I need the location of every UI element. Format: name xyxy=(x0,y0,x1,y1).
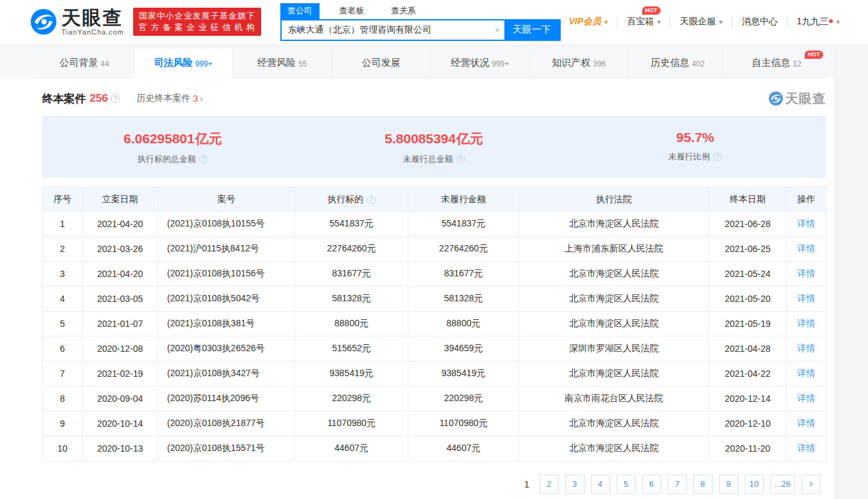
col-unfulfilled-amount: 220298元 xyxy=(408,386,519,411)
section-count: 256 xyxy=(90,92,108,105)
col-case-number: (2021)京0108执10156号 xyxy=(158,262,295,287)
tab-judicial-risk-label: 司法风险 xyxy=(154,57,193,69)
topnav-vip-member[interactable]: VIP会员▾ xyxy=(569,16,608,28)
col-action: 详情 xyxy=(787,436,826,461)
clear-search-icon[interactable]: × xyxy=(490,20,504,40)
page-5[interactable]: 5 xyxy=(616,475,636,494)
page-current: 1 xyxy=(524,479,529,489)
chevron-down-icon: ▾ xyxy=(836,18,840,26)
topnav-message-center[interactable]: 消息中心 xyxy=(732,16,778,28)
search-tabs: 查公司查老板查关系 xyxy=(280,3,561,19)
detail-link[interactable]: 详情 xyxy=(798,268,816,278)
next-page-button[interactable]: › xyxy=(801,475,821,494)
logo[interactable]: 天眼查 TianYanCha.com xyxy=(31,8,124,36)
col-action: 详情 xyxy=(787,337,826,361)
badge-line-1: 国家中小企业发展子基金旗下 xyxy=(139,10,255,22)
search-tab-boss[interactable]: 查老板 xyxy=(332,3,371,19)
tab-operation-status[interactable]: 经营状况999+ xyxy=(430,49,529,78)
table-row: 12021-04-20(2021)京0108执10155号5541837元554… xyxy=(43,212,826,237)
detail-link[interactable]: 详情 xyxy=(798,318,816,328)
col-final-date: 2021-06-28 xyxy=(709,212,787,237)
stat-unfulfilled-total-label: 未履行总金额? xyxy=(303,154,565,165)
history-cases-link[interactable]: 历史终本案件 3 › xyxy=(136,93,202,104)
tab-intellectual-property[interactable]: 知识产权396 xyxy=(529,49,629,78)
detail-link[interactable]: 详情 xyxy=(798,343,816,353)
search-input[interactable] xyxy=(282,20,490,40)
col-execution-target: 515652元 xyxy=(295,337,408,361)
detail-link[interactable]: 详情 xyxy=(798,393,816,403)
topnav-treasure-box[interactable]: 百宝箱HOT▾ xyxy=(617,16,661,28)
page-2[interactable]: 2 xyxy=(540,475,559,494)
brand-certification-badge: 国家中小企业发展子基金旗下 官方备案企业征信机构 xyxy=(133,8,261,36)
tab-operation-status-label: 经营状况 xyxy=(451,57,489,69)
tab-operation-risk[interactable]: 经营风险55 xyxy=(232,49,332,78)
search-tab-company[interactable]: 查公司 xyxy=(280,3,319,19)
col-unfulfilled-amount: 22764260元 xyxy=(408,237,519,262)
detail-link[interactable]: 详情 xyxy=(798,368,816,378)
col-execution-target: 88800元 xyxy=(295,312,408,337)
col-header-1: 立案日期 xyxy=(83,187,158,212)
col-action: 详情 xyxy=(787,312,826,337)
col-case-number: (2021)沪0115执8412号 xyxy=(158,237,295,262)
vip-member-label: VIP会员 xyxy=(569,16,602,28)
col-filing-date: 2020-12-08 xyxy=(83,337,158,361)
page-7[interactable]: 7 xyxy=(668,475,687,494)
page-10[interactable]: 10 xyxy=(744,475,764,494)
tab-company-development[interactable]: 公司发展 xyxy=(332,49,431,78)
col-unfulfilled-amount: 44607元 xyxy=(408,436,519,461)
col-court: 北京市海淀区人民法院 xyxy=(519,436,709,461)
stat-execution-total-value: 6.06295801亿元 xyxy=(42,130,303,148)
detail-link[interactable]: 详情 xyxy=(798,243,816,253)
col-unfulfilled-amount: 394659元 xyxy=(408,337,519,361)
col-header-7: 操作 xyxy=(787,187,826,212)
col-header-2: 案号 xyxy=(158,187,295,212)
page-3[interactable]: 3 xyxy=(565,475,584,494)
col-execution-target: 9385419元 xyxy=(295,361,408,386)
stat-unfulfilled-ratio-value: 95.7% xyxy=(565,130,826,145)
col-court: 上海市浦东新区人民法院 xyxy=(519,237,709,262)
col-execution-target: 5541837元 xyxy=(295,212,408,237)
col-unfulfilled-amount: 11070980元 xyxy=(408,411,519,436)
topnav-enterprise-service[interactable]: 天眼企服▾ xyxy=(670,16,723,28)
col-final-date: 2021-05-19 xyxy=(709,312,787,337)
col-final-date: 2020-11-20 xyxy=(709,436,787,461)
help-icon[interactable]: ? xyxy=(367,195,376,204)
tab-intellectual-property-label: 知识产权 xyxy=(552,57,590,69)
page-26[interactable]: ...26 xyxy=(770,475,795,494)
tab-operation-status-count: 999+ xyxy=(492,59,509,68)
col-index: 10 xyxy=(43,436,83,461)
section-title: 终本案件 xyxy=(42,91,86,106)
detail-link[interactable]: 详情 xyxy=(798,218,816,228)
page-8[interactable]: 8 xyxy=(693,475,712,494)
detail-link[interactable]: 详情 xyxy=(798,443,816,453)
col-index: 5 xyxy=(43,312,83,337)
help-icon[interactable]: ? xyxy=(199,155,208,164)
topnav-user-account[interactable]: 1九九三▾ xyxy=(787,16,840,28)
search-block: 查公司查老板查关系 × 天眼一下 xyxy=(280,3,561,41)
page-6[interactable]: 6 xyxy=(642,475,661,494)
help-icon[interactable]: ? xyxy=(456,155,465,164)
detail-link[interactable]: 详情 xyxy=(798,293,816,303)
col-unfulfilled-amount: 5541837元 xyxy=(408,212,519,237)
search-tab-relation[interactable]: 查关系 xyxy=(384,3,423,19)
section-header: 终本案件 256 ? 历史终本案件 3 › 天眼查 xyxy=(42,90,826,107)
detail-link[interactable]: 详情 xyxy=(798,418,816,428)
logo-title: 天眼查 xyxy=(61,8,124,28)
tab-company-background[interactable]: 公司背景44 xyxy=(35,49,134,78)
table-row: 32021-04-20(2021)京0108执10156号831677元8316… xyxy=(43,262,826,287)
tab-history-info[interactable]: 历史信息402 xyxy=(628,49,727,78)
col-action: 详情 xyxy=(787,287,826,312)
tab-history-info-count: 402 xyxy=(692,59,705,68)
page-9[interactable]: 9 xyxy=(719,475,738,494)
top-nav: VIP会员▾百宝箱HOT▾天眼企服▾消息中心1九九三▾ xyxy=(569,16,840,28)
col-action: 详情 xyxy=(787,386,826,411)
col-unfulfilled-amount: 88800元 xyxy=(408,312,519,337)
tab-self-published[interactable]: 自主信息12HOT xyxy=(727,49,826,78)
page-4[interactable]: 4 xyxy=(591,475,610,494)
tab-judicial-risk[interactable]: 司法风险999+ xyxy=(134,49,233,78)
enterprise-service-label: 天眼企服 xyxy=(680,16,716,28)
col-header-6: 终本日期 xyxy=(709,187,787,212)
help-icon[interactable]: ? xyxy=(713,152,722,161)
help-icon[interactable]: ? xyxy=(111,94,120,103)
search-button[interactable]: 天眼一下 xyxy=(504,20,559,40)
